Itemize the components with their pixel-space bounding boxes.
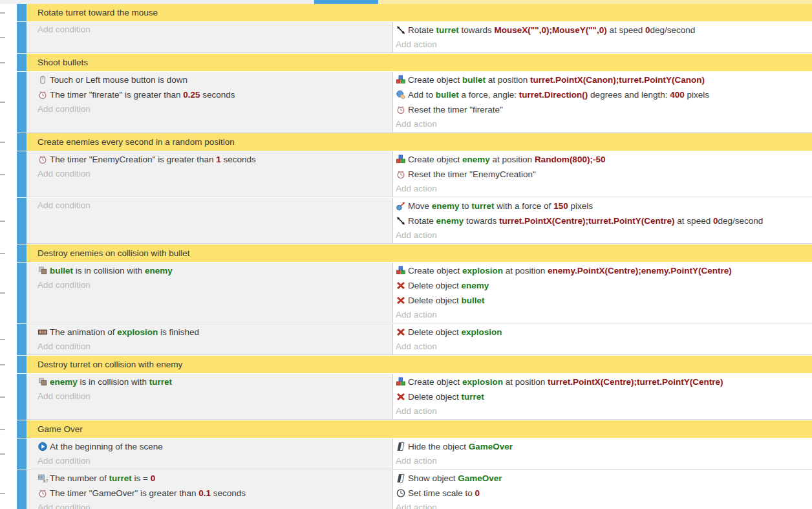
event-handle[interactable] xyxy=(0,54,17,71)
instruction-text: Hide the object xyxy=(408,442,469,451)
add-condition-button[interactable]: Add condition xyxy=(37,389,392,404)
object-name: enemy xyxy=(462,281,489,290)
condition-line[interactable]: enemy is in collision with turret xyxy=(37,374,392,389)
timer-icon xyxy=(396,105,407,114)
event-handle[interactable] xyxy=(0,420,17,438)
comment-text[interactable]: Rotate turret toward the mouse xyxy=(27,4,812,21)
action-line[interactable]: Add to bullet a force, angle: turret.Dir… xyxy=(396,87,812,102)
object-name: bullet xyxy=(436,90,459,100)
action-line[interactable]: Rotate turret towards MouseX("",0);Mouse… xyxy=(396,23,812,38)
add-action-button[interactable]: Add action xyxy=(396,228,812,243)
event-selection-bar[interactable] xyxy=(17,72,27,133)
add-action-button[interactable]: Add action xyxy=(396,501,812,509)
event-handle[interactable] xyxy=(0,470,17,509)
event-selection-bar[interactable] xyxy=(17,133,27,151)
action-line[interactable]: Reset the timer "firerate" xyxy=(396,102,812,117)
event-selection-bar[interactable] xyxy=(17,324,27,355)
event-handle[interactable] xyxy=(0,356,17,373)
comment-text[interactable]: Destroy enemies on collision with bullet xyxy=(27,244,812,262)
condition-line[interactable]: The timer "EnemyCreation" is greater tha… xyxy=(37,152,392,167)
object-name: bullet xyxy=(50,266,73,276)
add-condition-button[interactable]: Add condition xyxy=(37,23,392,37)
actions-cell: Move enemy to turret with a force of 150… xyxy=(392,198,812,243)
add-action-button[interactable]: Add action xyxy=(396,117,812,131)
add-action-button[interactable]: Add action xyxy=(396,308,812,322)
comment-text[interactable]: Game Over xyxy=(27,420,812,438)
action-line[interactable]: Rotate enemy towards turret.PointX(Centr… xyxy=(396,213,812,228)
condition-line[interactable]: x?The number of turret is = 0 xyxy=(37,471,392,486)
add-action-button[interactable]: Add action xyxy=(396,454,812,468)
condition-line[interactable]: At the beginning of the scene xyxy=(37,439,392,454)
event-handle[interactable] xyxy=(0,151,17,197)
add-condition-button[interactable]: Add condition xyxy=(37,454,392,468)
event-selection-bar[interactable] xyxy=(17,4,27,21)
action-line[interactable]: Reset the timer "EnemyCreation" xyxy=(396,167,812,182)
action-line[interactable]: Set time scale to 0 xyxy=(396,486,812,501)
comment-text[interactable]: Destroy turret on collision with enemy xyxy=(27,356,812,373)
action-line[interactable]: Delete object bullet xyxy=(396,293,812,308)
action-line[interactable]: Create object explosion at position enem… xyxy=(396,263,812,278)
add-condition-button[interactable]: Add condition xyxy=(37,199,392,213)
event-handle[interactable] xyxy=(0,324,17,355)
action-line[interactable]: Move enemy to turret with a force of 150… xyxy=(396,199,812,213)
action-text: Create object explosion at position enem… xyxy=(408,263,732,278)
action-line[interactable]: Create object enemy at position Random(8… xyxy=(396,152,812,167)
event-selection-bar[interactable] xyxy=(17,22,27,53)
add-condition-button[interactable]: Add condition xyxy=(37,340,392,354)
parameter-value: Random(800);-50 xyxy=(535,155,606,164)
event-handle[interactable] xyxy=(0,244,17,262)
event-selection-bar[interactable] xyxy=(17,420,27,438)
add-condition-button[interactable]: Add condition xyxy=(37,278,392,292)
instruction-text: at position xyxy=(503,266,548,276)
add-action-button[interactable]: Add action xyxy=(396,38,812,52)
instruction-text: towards xyxy=(459,25,495,35)
event-selection-bar[interactable] xyxy=(17,374,27,420)
action-text: Hide the object GameOver xyxy=(408,439,513,454)
add-action-button[interactable]: Add action xyxy=(396,404,812,418)
add-condition-button[interactable]: Add condition xyxy=(37,102,392,116)
action-line[interactable]: Hide the object GameOver xyxy=(396,439,812,454)
comment-event: Destroy enemies on collision with bullet xyxy=(0,244,812,262)
event-handle[interactable] xyxy=(0,374,17,420)
action-line[interactable]: Create object bullet at position turret.… xyxy=(396,72,812,87)
comment-text[interactable]: Create enemies every second in a random … xyxy=(27,133,812,151)
event-selection-bar[interactable] xyxy=(17,439,27,470)
actions-cell: Hide the object GameOverAdd action xyxy=(392,439,812,469)
event-handle[interactable] xyxy=(0,133,17,151)
action-line[interactable]: Create object explosion at position turr… xyxy=(396,374,812,389)
action-text: Set time scale to 0 xyxy=(408,486,480,501)
object-name: explosion xyxy=(462,327,502,337)
event-handle[interactable] xyxy=(0,4,17,21)
action-line[interactable]: Delete object turret xyxy=(396,389,812,404)
action-line[interactable]: Delete object explosion xyxy=(396,325,812,340)
action-line[interactable]: Delete object enemy xyxy=(396,278,812,293)
add-condition-button[interactable]: Add condition xyxy=(37,501,392,509)
condition-line[interactable]: The animation of explosion is finished xyxy=(37,325,392,340)
action-text: Delete object bullet xyxy=(408,293,485,308)
instruction-text: with a force of xyxy=(495,201,554,211)
event-selection-bar[interactable] xyxy=(17,356,27,373)
parameter-value: 0 xyxy=(151,473,156,483)
action-line[interactable]: Show object GameOver xyxy=(396,471,812,486)
event-handle[interactable] xyxy=(0,263,17,323)
condition-line[interactable]: The timer "GameOver" is greater than 0.1… xyxy=(37,486,392,501)
event-selection-bar[interactable] xyxy=(17,151,27,197)
event-handle[interactable] xyxy=(0,22,17,53)
event-handle[interactable] xyxy=(0,439,17,470)
event-handle[interactable] xyxy=(0,198,17,244)
condition-line[interactable]: The timer "firerate" is greater than 0.2… xyxy=(37,87,392,102)
condition-text: The animation of explosion is finished xyxy=(50,325,199,340)
condition-line[interactable]: Touch or Left mouse button is down xyxy=(37,72,392,87)
event-selection-bar[interactable] xyxy=(17,263,27,323)
event-selection-bar[interactable] xyxy=(17,54,27,71)
event-selection-bar[interactable] xyxy=(17,198,27,244)
condition-line[interactable]: bullet is in collision with enemy xyxy=(37,263,392,278)
event-selection-bar[interactable] xyxy=(17,470,27,509)
comment-text[interactable]: Shoot bullets xyxy=(27,54,812,71)
add-condition-button[interactable]: Add condition xyxy=(37,167,392,181)
add-action-button[interactable]: Add action xyxy=(396,182,812,196)
event-selection-bar[interactable] xyxy=(17,244,27,262)
add-action-button[interactable]: Add action xyxy=(396,340,812,354)
conditions-cell: enemy is in collision with turretAdd con… xyxy=(27,374,392,419)
event-handle[interactable] xyxy=(0,72,17,133)
